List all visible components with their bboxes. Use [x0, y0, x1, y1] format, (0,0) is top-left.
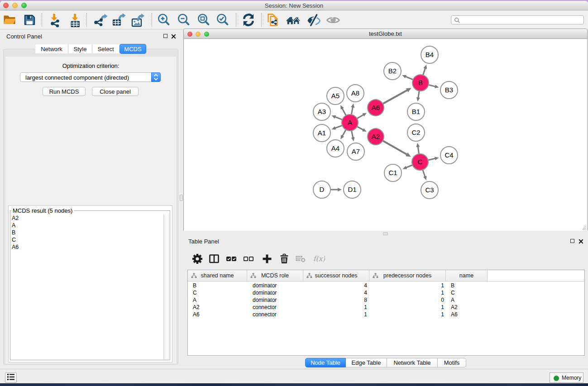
table-tab-network-table[interactable]: Network Table	[387, 358, 438, 367]
cell-MCDS-role: connector	[253, 311, 277, 318]
edge-arrow-A-A3	[331, 115, 336, 119]
trash-icon	[278, 253, 291, 265]
column-header-shared-name[interactable]: shared name	[188, 270, 247, 281]
import-table-button[interactable]	[67, 12, 83, 28]
horizontal-split-handle[interactable]	[383, 232, 388, 235]
mcds-result-list[interactable]: A2ABCA6	[11, 214, 163, 359]
unselect-all-columns-button[interactable]	[242, 253, 255, 265]
control-panel-tab-container: Optimization criterion: largest connecte…	[3, 49, 178, 365]
task-history-button[interactable]	[5, 372, 17, 383]
close-panel-button[interactable]: Close panel	[92, 87, 139, 96]
apply-layout-button[interactable]	[240, 12, 257, 28]
table-row-A2[interactable]: A2connector11A2	[188, 304, 584, 311]
mcds-result-item[interactable]: A	[11, 222, 163, 229]
run-mcds-button[interactable]: Run MCDS	[43, 87, 86, 96]
control-panel-close-button[interactable]	[171, 33, 176, 39]
cell-name: A2	[451, 304, 458, 311]
network-window-title: testGlobe.txt	[184, 30, 587, 37]
table-panel-close-button[interactable]	[578, 238, 583, 244]
delete-columns-button[interactable]	[278, 253, 291, 265]
application-window: Session: New Session	[0, 1, 588, 383]
export-network-button[interactable]	[91, 12, 108, 28]
export-table-icon	[110, 12, 126, 28]
table-row-C[interactable]: Cdominator41C	[188, 289, 584, 296]
cell-MCDS-role: dominator	[253, 282, 277, 289]
split-columns-button[interactable]	[208, 253, 220, 265]
table-panel-float-button[interactable]	[570, 239, 574, 243]
zoom-fit-button[interactable]	[196, 12, 212, 28]
memory-label: Memory	[562, 375, 581, 381]
function-builder-button[interactable]: f(x)	[312, 253, 328, 265]
cell-shared-name: A6	[193, 311, 200, 318]
mcds-result-item[interactable]: A6	[11, 243, 163, 251]
edge-arrow-A-A7	[351, 137, 355, 142]
zoom-selected-button[interactable]	[215, 12, 231, 28]
add-column-button[interactable]	[261, 253, 273, 265]
table-row-A6[interactable]: A6connector11A6	[188, 311, 584, 318]
column-header-label: successor nodes	[303, 272, 369, 279]
show-graphics-details-button[interactable]	[325, 12, 341, 28]
control-panel-tab-select[interactable]: Select	[92, 44, 119, 53]
first-neighbors-button[interactable]	[285, 12, 301, 28]
mcds-result-item[interactable]: C	[11, 236, 163, 243]
zoom-out-button[interactable]	[176, 12, 192, 28]
table-tab-edge-table[interactable]: Edge Table	[346, 358, 387, 367]
control-panel-tab-style[interactable]: Style	[68, 44, 92, 53]
new-network-from-selection-icon	[265, 12, 281, 28]
export-table-button[interactable]	[110, 12, 126, 28]
session-title: Session: New Session	[0, 2, 588, 9]
graph-node-label-A2: A2	[372, 133, 380, 140]
table-row-B[interactable]: Bdominator41B	[188, 282, 584, 289]
open-session-button[interactable]	[1, 12, 18, 28]
network-window-titlebar[interactable]: testGlobe.txt	[184, 29, 587, 39]
cell-name: A6	[451, 311, 458, 318]
column-header-label: predecessor nodes	[369, 272, 445, 279]
search-icon	[454, 17, 460, 24]
column-header-name[interactable]: name	[446, 270, 488, 281]
zoom-in-button[interactable]	[156, 12, 172, 28]
control-panel-tab-mcds[interactable]: MCDS	[120, 44, 146, 54]
edge-arrow-A-A1	[332, 126, 336, 130]
window-titlebar[interactable]: Session: New Session	[0, 1, 588, 10]
column-header-successor-nodes[interactable]: successor nodes	[303, 270, 369, 281]
select-all-columns-button[interactable]	[225, 253, 238, 265]
result-list-scrollbar[interactable]	[163, 214, 169, 359]
column-header-label: MCDS role	[247, 272, 303, 279]
vertical-split-handle[interactable]	[180, 195, 183, 201]
cell-predecessor-nodes: 1	[369, 311, 444, 318]
window-resize-grip[interactable]	[581, 225, 587, 230]
first-neighbors-icon	[285, 12, 301, 28]
mcds-result-group-title: MCDS result (5 nodes)	[11, 207, 74, 214]
control-panel-float-button[interactable]	[163, 34, 167, 38]
edge-arrow-B-B1	[416, 97, 420, 102]
mcds-result-item[interactable]: A2	[11, 214, 163, 222]
gear-button[interactable]	[191, 253, 204, 265]
new-network-from-selection-button[interactable]	[265, 12, 281, 28]
table-tab-motifs[interactable]: Motifs	[438, 358, 466, 367]
table-row-A[interactable]: Adominator80A	[188, 296, 584, 304]
cell-predecessor-nodes: 1	[369, 289, 444, 296]
column-header-predecessor-nodes[interactable]: predecessor nodes	[369, 270, 446, 281]
network-canvas[interactable]: B4B2BB3A8A5A6A3B1AC2A1A2A4A7C4CC1C3DD1	[184, 39, 587, 231]
cell-successor-nodes: 1	[303, 304, 367, 311]
table-tab-node-table[interactable]: Node Table	[305, 358, 346, 367]
graph-node-label-A: A	[348, 119, 352, 126]
cell-shared-name: B	[193, 282, 196, 289]
memory-button[interactable]: Memory	[550, 372, 583, 383]
save-session-button[interactable]	[21, 12, 38, 28]
table-panel: Table Panel	[183, 234, 588, 369]
cell-MCDS-role: dominator	[253, 289, 277, 296]
graph-node-label-A3: A3	[318, 108, 326, 115]
control-panel-tab-network[interactable]: Network	[35, 44, 68, 53]
column-header-MCDS-role[interactable]: MCDS role	[247, 270, 303, 281]
save-session-icon	[21, 12, 38, 28]
column-header-label: shared name	[188, 272, 247, 279]
delete-table-button[interactable]	[294, 253, 307, 265]
mcds-result-item[interactable]: B	[11, 229, 163, 236]
hide-graphics-details-button[interactable]	[306, 12, 322, 28]
export-image-button[interactable]	[129, 12, 145, 28]
optimization-criterion-dropdown[interactable]: largest connected component (directed)	[20, 72, 161, 82]
toolbar-separator	[42, 13, 42, 27]
import-network-button[interactable]	[47, 12, 63, 28]
search-input[interactable]	[462, 16, 582, 24]
